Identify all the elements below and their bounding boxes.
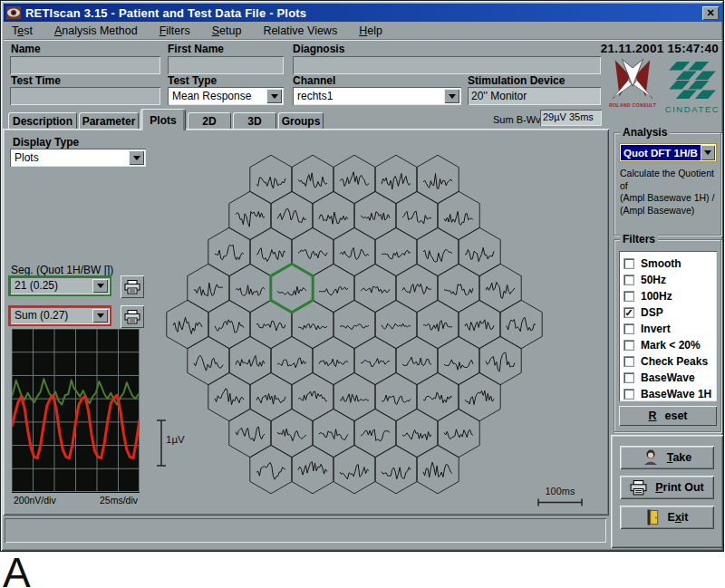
chevron-down-icon[interactable] xyxy=(444,89,459,103)
stimulation-device-field[interactable]: 20'' Monitor xyxy=(468,87,601,105)
filter-invert[interactable]: Invert xyxy=(624,321,717,337)
test-type-select[interactable]: Mean Response xyxy=(168,87,284,105)
hex-cell[interactable] xyxy=(375,445,417,494)
hex-cell[interactable] xyxy=(229,336,271,385)
hex-cell[interactable] xyxy=(375,227,417,276)
close-icon[interactable]: ✕ xyxy=(702,6,719,20)
hex-cell[interactable] xyxy=(417,372,459,421)
print-segment-button[interactable] xyxy=(121,275,144,298)
tab-plots[interactable]: Plots xyxy=(140,109,186,130)
title-bar[interactable]: RETIscan 3.15 - Patient and Test Data Fi… xyxy=(4,4,722,22)
tab-parameter[interactable]: Parameter xyxy=(79,112,139,130)
hex-trace xyxy=(256,463,285,480)
checkbox[interactable] xyxy=(624,372,634,383)
checkbox-checked[interactable]: ✓ xyxy=(624,307,634,318)
hex-cell[interactable] xyxy=(417,300,459,349)
hex-cell[interactable] xyxy=(313,264,354,313)
first-name-input[interactable] xyxy=(168,56,284,74)
hex-cell[interactable] xyxy=(354,336,396,385)
hex-cell[interactable] xyxy=(271,191,313,240)
hex-cell[interactable] xyxy=(229,409,271,458)
checkbox[interactable] xyxy=(624,389,634,400)
filter-smooth[interactable]: Smooth xyxy=(624,255,717,272)
hex-cell[interactable] xyxy=(208,227,250,276)
print-out-button[interactable]: Print Out xyxy=(620,476,714,499)
hex-cell[interactable] xyxy=(438,336,479,385)
hex-cell[interactable] xyxy=(396,264,438,313)
hex-cell-highlighted[interactable] xyxy=(271,264,313,313)
reset-button[interactable]: Reset xyxy=(619,406,717,426)
seg-select-red[interactable]: Sum (0.27) xyxy=(8,305,111,326)
hex-cell[interactable] xyxy=(334,372,375,421)
filter-basewave[interactable]: BaseWave xyxy=(624,370,717,386)
chevron-down-icon[interactable] xyxy=(266,89,282,103)
filter-dsp[interactable]: ✓DSP xyxy=(624,304,717,321)
tab-groups[interactable]: Groups xyxy=(278,112,324,130)
hex-cell[interactable] xyxy=(292,445,334,494)
checkbox[interactable] xyxy=(624,258,634,269)
hex-cell[interactable] xyxy=(208,300,250,349)
checkbox[interactable] xyxy=(624,275,634,285)
screenshot-stage: RETIscan 3.15 - Patient and Test Data Fi… xyxy=(0,0,725,588)
checkbox[interactable] xyxy=(624,323,634,334)
filter-check-peaks[interactable]: Check Peaks xyxy=(624,353,717,370)
menu-analysis-method[interactable]: Analysis Method xyxy=(54,24,138,37)
filter-50hz[interactable]: 50Hz xyxy=(624,272,717,288)
hex-trace xyxy=(277,286,306,295)
tab-description[interactable]: Description xyxy=(8,112,77,130)
hex-cell[interactable] xyxy=(417,155,459,204)
chevron-down-icon[interactable] xyxy=(92,279,108,293)
scope-plot xyxy=(12,329,140,493)
analysis-select[interactable]: Quot DFT 1H/B xyxy=(619,143,717,162)
hex-cell[interactable] xyxy=(417,227,459,276)
hex-cell[interactable] xyxy=(313,409,354,458)
checkbox[interactable] xyxy=(624,340,634,351)
hex-cell[interactable] xyxy=(271,409,313,458)
checkbox[interactable] xyxy=(624,291,634,302)
seg-select-green[interactable]: 21 (0.25) xyxy=(8,275,111,296)
tab-3d[interactable]: 3D xyxy=(233,112,276,130)
hex-cell[interactable] xyxy=(229,264,271,313)
hex-cell[interactable] xyxy=(375,372,417,421)
chevron-down-icon[interactable] xyxy=(701,145,715,160)
menu-filters[interactable]: Filters xyxy=(160,24,190,37)
display-type-select[interactable]: Plots xyxy=(10,149,146,167)
filter-mark-20[interactable]: Mark < 20% xyxy=(624,337,717,353)
name-input[interactable] xyxy=(10,56,160,74)
chevron-down-icon[interactable] xyxy=(129,150,144,165)
menu-test[interactable]: Test xyxy=(12,24,33,37)
menu-help[interactable]: Help xyxy=(359,24,382,37)
datetime: 21.11.2001 15:47:40 xyxy=(583,42,719,55)
exit-button[interactable]: Exit xyxy=(620,506,714,529)
diagnosis-input[interactable] xyxy=(293,56,601,74)
channel-label: Channel xyxy=(293,74,335,87)
filter-basewave-1h[interactable]: BaseWave 1H xyxy=(624,386,717,402)
hex-cell[interactable] xyxy=(354,264,396,313)
hex-cell[interactable] xyxy=(334,300,375,349)
hex-cell[interactable] xyxy=(292,372,334,421)
channel-select[interactable]: rechts1 xyxy=(293,87,461,105)
person-icon xyxy=(643,449,659,466)
hex-cell[interactable] xyxy=(167,300,208,349)
hex-cell[interactable] xyxy=(459,372,500,421)
hex-cell[interactable] xyxy=(438,264,479,313)
checkbox[interactable] xyxy=(624,356,634,367)
hex-cell[interactable] xyxy=(250,445,292,494)
menu-relative-views[interactable]: Relative Views xyxy=(263,24,337,37)
hex-cell[interactable] xyxy=(271,336,313,385)
menu-setup[interactable]: Setup xyxy=(212,24,242,37)
test-time-input[interactable] xyxy=(10,87,160,105)
hex-trace xyxy=(236,285,265,295)
hex-cell[interactable] xyxy=(188,336,229,385)
hex-trace xyxy=(402,357,431,365)
cindatec-label: CINDATEC xyxy=(661,104,724,114)
filter-100hz[interactable]: 100Hz xyxy=(624,288,717,304)
chevron-down-icon[interactable] xyxy=(92,309,108,323)
tab-2d[interactable]: 2D xyxy=(188,112,231,130)
hex-cell[interactable] xyxy=(334,445,375,494)
print-sum-button[interactable] xyxy=(121,305,144,328)
analysis-groupbox: Analysis Quot DFT 1H/B Calculate the Quo… xyxy=(614,132,721,236)
hex-cell[interactable] xyxy=(396,336,438,385)
hex-cell[interactable] xyxy=(479,336,521,385)
take-button[interactable]: Take xyxy=(620,446,714,469)
